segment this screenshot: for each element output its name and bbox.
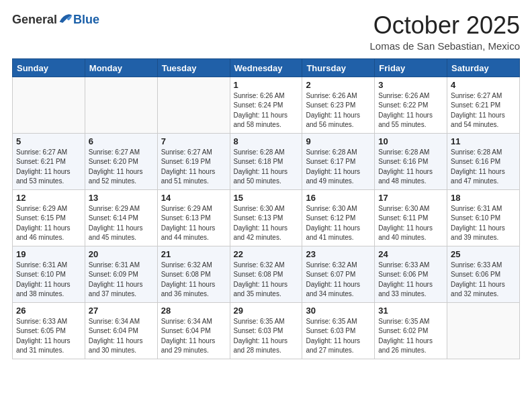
day-info: Sunrise: 6:26 AMSunset: 6:23 PMDaylight:… (306, 91, 371, 130)
sunrise-text: Sunrise: 6:27 AM (451, 92, 502, 99)
day-info: Sunrise: 6:31 AMSunset: 6:10 PMDaylight:… (16, 261, 81, 300)
sunset-text: Sunset: 6:08 PM (161, 271, 211, 278)
sunset-text: Sunset: 6:05 PM (16, 327, 66, 334)
calendar-cell: 26Sunrise: 6:33 AMSunset: 6:05 PMDayligh… (13, 302, 85, 359)
daylight-text: Daylight: 11 hours and 33 minutes. (378, 281, 433, 298)
logo-blue-text: Blue (73, 13, 99, 26)
sunrise-text: Sunrise: 6:35 AM (378, 318, 429, 325)
day-number: 13 (89, 193, 154, 203)
day-number: 10 (378, 136, 443, 146)
sunset-text: Sunset: 6:06 PM (378, 271, 428, 278)
calendar-cell: 15Sunrise: 6:30 AMSunset: 6:13 PMDayligh… (230, 189, 302, 246)
calendar-cell: 24Sunrise: 6:33 AMSunset: 6:06 PMDayligh… (375, 246, 447, 302)
day-number: 30 (306, 306, 371, 316)
sunrise-text: Sunrise: 6:26 AM (234, 92, 285, 99)
calendar-cell: 29Sunrise: 6:35 AMSunset: 6:03 PMDayligh… (230, 302, 302, 359)
sunrise-text: Sunrise: 6:29 AM (161, 205, 212, 212)
day-number: 17 (378, 193, 443, 203)
daylight-text: Daylight: 11 hours and 47 minutes. (451, 168, 505, 185)
calendar-cell: 8Sunrise: 6:28 AMSunset: 6:18 PMDaylight… (230, 133, 302, 189)
calendar: Sunday Monday Tuesday Wednesday Thursday… (12, 58, 520, 359)
day-number: 29 (234, 306, 299, 316)
sunrise-text: Sunrise: 6:29 AM (16, 205, 67, 212)
sunset-text: Sunset: 6:10 PM (451, 214, 500, 222)
calendar-cell: 19Sunrise: 6:31 AMSunset: 6:10 PMDayligh… (13, 246, 85, 302)
sunset-text: Sunset: 6:08 PM (234, 271, 283, 278)
sunset-text: Sunset: 6:18 PM (234, 158, 283, 165)
day-number: 27 (89, 306, 154, 316)
calendar-cell: 14Sunrise: 6:29 AMSunset: 6:13 PMDayligh… (157, 189, 230, 246)
sunrise-text: Sunrise: 6:35 AM (234, 318, 285, 325)
sunrise-text: Sunrise: 6:35 AM (306, 318, 357, 325)
daylight-text: Daylight: 11 hours and 51 minutes. (161, 168, 216, 185)
sunset-text: Sunset: 6:07 PM (306, 271, 355, 278)
sunset-text: Sunset: 6:19 PM (161, 158, 211, 165)
day-info: Sunrise: 6:27 AMSunset: 6:20 PMDaylight:… (89, 148, 154, 187)
day-info: Sunrise: 6:32 AMSunset: 6:07 PMDaylight:… (306, 261, 371, 300)
page: General Blue October 2025 Lomas de San S… (0, 0, 532, 411)
day-info: Sunrise: 6:30 AMSunset: 6:12 PMDaylight:… (306, 204, 371, 243)
day-info: Sunrise: 6:28 AMSunset: 6:16 PMDaylight:… (378, 148, 443, 187)
sunrise-text: Sunrise: 6:34 AM (161, 318, 212, 325)
day-info: Sunrise: 6:28 AMSunset: 6:16 PMDaylight:… (451, 148, 516, 187)
calendar-cell: 9Sunrise: 6:28 AMSunset: 6:17 PMDaylight… (302, 133, 375, 189)
sunset-text: Sunset: 6:04 PM (161, 327, 211, 334)
day-info: Sunrise: 6:29 AMSunset: 6:14 PMDaylight:… (89, 204, 154, 243)
sunrise-text: Sunrise: 6:30 AM (306, 205, 357, 212)
sunset-text: Sunset: 6:03 PM (306, 327, 355, 334)
day-number: 16 (306, 193, 371, 203)
day-number: 11 (451, 136, 516, 146)
daylight-text: Daylight: 11 hours and 35 minutes. (234, 281, 288, 298)
day-info: Sunrise: 6:28 AMSunset: 6:17 PMDaylight:… (306, 148, 371, 187)
day-info: Sunrise: 6:33 AMSunset: 6:06 PMDaylight:… (451, 261, 516, 300)
sunset-text: Sunset: 6:17 PM (306, 158, 355, 165)
daylight-text: Daylight: 11 hours and 50 minutes. (234, 168, 288, 185)
daylight-text: Daylight: 11 hours and 56 minutes. (306, 111, 360, 129)
day-number: 31 (378, 306, 443, 316)
calendar-week-2: 5Sunrise: 6:27 AMSunset: 6:21 PMDaylight… (13, 133, 520, 189)
day-number: 2 (306, 80, 371, 90)
daylight-text: Daylight: 11 hours and 55 minutes. (378, 111, 433, 129)
daylight-text: Daylight: 11 hours and 31 minutes. (16, 337, 71, 355)
sunset-text: Sunset: 6:09 PM (89, 271, 138, 278)
daylight-text: Daylight: 11 hours and 40 minutes. (378, 224, 433, 242)
day-info: Sunrise: 6:35 AMSunset: 6:03 PMDaylight:… (306, 317, 371, 356)
calendar-cell: 31Sunrise: 6:35 AMSunset: 6:02 PMDayligh… (375, 302, 447, 359)
day-info: Sunrise: 6:28 AMSunset: 6:18 PMDaylight:… (234, 148, 299, 187)
day-number: 12 (16, 193, 81, 203)
sunset-text: Sunset: 6:23 PM (306, 101, 355, 109)
daylight-text: Daylight: 11 hours and 53 minutes. (16, 168, 71, 185)
daylight-text: Daylight: 11 hours and 52 minutes. (89, 168, 143, 185)
title-block: October 2025 Lomas de San Sebastian, Mex… (370, 12, 520, 52)
header-saturday: Saturday (447, 58, 520, 77)
day-number: 21 (161, 249, 226, 259)
sunrise-text: Sunrise: 6:28 AM (378, 148, 429, 156)
sunrise-text: Sunrise: 6:28 AM (234, 148, 285, 156)
day-number: 23 (306, 249, 371, 259)
calendar-cell: 11Sunrise: 6:28 AMSunset: 6:16 PMDayligh… (447, 133, 520, 189)
day-number: 6 (89, 136, 154, 146)
location: Lomas de San Sebastian, Mexico (370, 40, 520, 52)
calendar-cell: 2Sunrise: 6:26 AMSunset: 6:23 PMDaylight… (302, 77, 375, 133)
sunrise-text: Sunrise: 6:34 AM (89, 318, 140, 325)
calendar-cell (13, 77, 85, 133)
header-friday: Friday (375, 58, 447, 77)
day-number: 15 (234, 193, 299, 203)
header: General Blue October 2025 Lomas de San S… (12, 12, 520, 52)
daylight-text: Daylight: 11 hours and 26 minutes. (378, 337, 433, 355)
day-info: Sunrise: 6:31 AMSunset: 6:10 PMDaylight:… (451, 204, 516, 243)
sunset-text: Sunset: 6:21 PM (451, 101, 500, 109)
day-info: Sunrise: 6:29 AMSunset: 6:15 PMDaylight:… (16, 204, 81, 243)
calendar-cell: 4Sunrise: 6:27 AMSunset: 6:21 PMDaylight… (447, 77, 520, 133)
sunset-text: Sunset: 6:10 PM (16, 271, 66, 278)
day-number: 14 (161, 193, 226, 203)
calendar-cell: 10Sunrise: 6:28 AMSunset: 6:16 PMDayligh… (375, 133, 447, 189)
sunrise-text: Sunrise: 6:27 AM (89, 148, 140, 156)
sunset-text: Sunset: 6:11 PM (378, 214, 428, 222)
calendar-week-1: 1Sunrise: 6:26 AMSunset: 6:24 PMDaylight… (13, 77, 520, 133)
header-thursday: Thursday (302, 58, 375, 77)
calendar-cell: 12Sunrise: 6:29 AMSunset: 6:15 PMDayligh… (13, 189, 85, 246)
weekday-header-row: Sunday Monday Tuesday Wednesday Thursday… (13, 58, 520, 77)
calendar-cell: 7Sunrise: 6:27 AMSunset: 6:19 PMDaylight… (157, 133, 230, 189)
header-wednesday: Wednesday (230, 58, 302, 77)
